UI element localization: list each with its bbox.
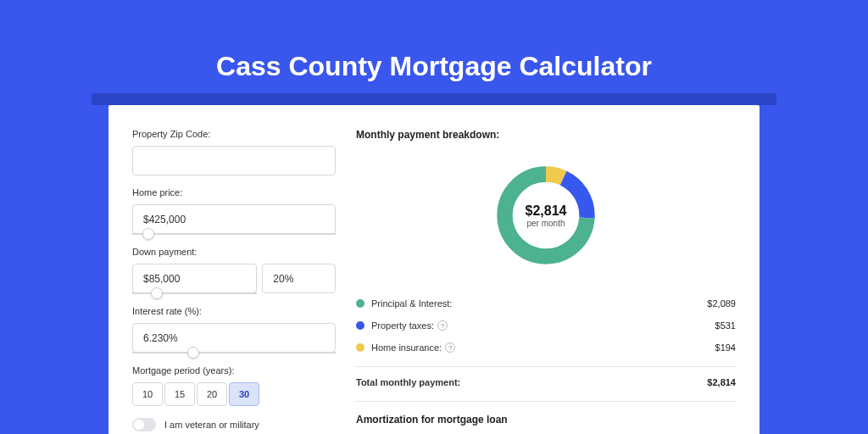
breakdown-value: $194 (715, 342, 736, 353)
breakdown-row: Property taxes:?$531 (356, 320, 736, 331)
veteran-row: I am veteran or military (132, 418, 336, 431)
home-price-group: Home price: (132, 187, 336, 235)
rate-group: Interest rate (%): (132, 306, 336, 353)
rate-label: Interest rate (%): (132, 306, 336, 316)
breakdown-label: Principal & Interest: (371, 298, 700, 309)
breakdown-rows: Principal & Interest:$2,089Property taxe… (356, 298, 736, 353)
period-options: 10152030 (132, 382, 336, 406)
veteran-toggle[interactable] (132, 418, 156, 431)
total-value: $2,814 (707, 377, 736, 387)
breakdown-panel: Monthly payment breakdown: $2,814 per mo… (356, 129, 736, 434)
total-label: Total monthly payment: (356, 377, 707, 387)
period-option-10[interactable]: 10 (132, 382, 163, 406)
period-group: Mortgage period (years): 10152030 (132, 365, 336, 406)
down-payment-pct-input[interactable] (262, 264, 336, 293)
down-payment-input[interactable] (132, 264, 257, 293)
breakdown-label: Property taxes:? (371, 320, 709, 331)
rate-slider[interactable] (132, 352, 336, 353)
veteran-label: I am veteran or military (164, 420, 259, 430)
legend-dot (356, 321, 364, 330)
legend-dot (356, 343, 364, 352)
legend-dot (356, 299, 364, 308)
zip-group: Property Zip Code: (132, 129, 336, 175)
top-bar (92, 93, 776, 105)
down-payment-label: Down payment: (132, 247, 336, 257)
home-price-thumb[interactable] (142, 228, 154, 240)
breakdown-row: Principal & Interest:$2,089 (356, 298, 736, 309)
home-price-label: Home price: (132, 187, 336, 198)
breakdown-title: Monthly payment breakdown: (356, 129, 736, 141)
rate-thumb[interactable] (187, 347, 199, 359)
donut-value: $2,814 (526, 203, 567, 219)
amortization-title: Amortization for mortgage loan (356, 414, 736, 426)
info-icon[interactable]: ? (445, 342, 455, 353)
breakdown-row: Home insurance:?$194 (356, 342, 736, 353)
total-row: Total monthly payment: $2,814 (356, 366, 736, 387)
home-price-slider[interactable] (132, 233, 336, 235)
rate-input[interactable] (132, 323, 336, 353)
home-price-input[interactable] (132, 204, 336, 234)
page-title: Cass County Mortgage Calculator (0, 0, 868, 82)
donut-wrap: $2,814 per month (356, 154, 736, 285)
breakdown-value: $531 (715, 320, 736, 331)
info-icon[interactable]: ? (437, 320, 448, 331)
down-payment-group: Down payment: (132, 247, 336, 294)
period-label: Mortgage period (years): (132, 365, 336, 376)
period-option-20[interactable]: 20 (197, 382, 227, 406)
donut-sub: per month (526, 219, 565, 228)
period-option-15[interactable]: 15 (164, 382, 195, 406)
form-panel: Property Zip Code: Home price: Down paym… (132, 129, 336, 434)
zip-input[interactable] (132, 146, 336, 175)
calculator-card: Property Zip Code: Home price: Down paym… (108, 105, 760, 434)
breakdown-label: Home insurance:? (371, 342, 709, 353)
down-payment-slider[interactable] (132, 292, 257, 294)
amortization-section: Amortization for mortgage loan Amortizat… (356, 401, 736, 434)
payment-donut-chart: $2,814 per month (492, 161, 600, 270)
period-option-30[interactable]: 30 (229, 382, 259, 406)
down-payment-thumb[interactable] (151, 287, 163, 299)
donut-center: $2,814 per month (492, 161, 600, 270)
zip-label: Property Zip Code: (132, 129, 336, 139)
breakdown-value: $2,089 (707, 298, 736, 309)
